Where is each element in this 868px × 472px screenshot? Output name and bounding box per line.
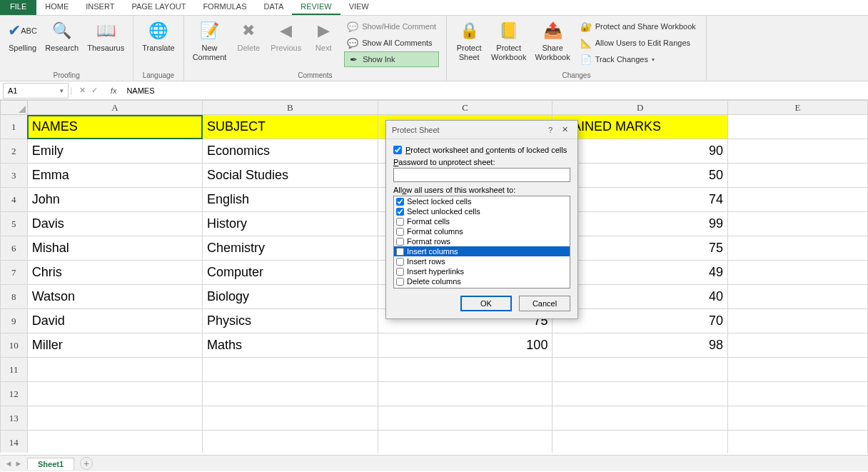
cell[interactable]: 49 [552,261,728,285]
formula-input[interactable] [122,83,868,99]
cell[interactable] [203,358,378,382]
row-header[interactable]: 9 [1,309,28,333]
row-header[interactable]: 13 [1,406,28,431]
name-box[interactable]: A1 ▾ [3,83,69,99]
cell[interactable] [727,261,867,285]
cell[interactable] [203,406,378,431]
cell[interactable]: Chemistry [203,236,378,261]
cell[interactable]: 90 [552,139,728,164]
cell[interactable] [727,382,867,406]
cell[interactable] [552,358,728,382]
cell[interactable]: Chris [27,261,202,285]
share-workbook-button[interactable]: 📤 Share Workbook [530,17,574,69]
prev-sheet-icon[interactable]: ◄ [4,459,13,468]
cell[interactable]: Social Studies [203,164,378,188]
cell[interactable] [727,358,867,382]
cell[interactable] [378,382,552,406]
cell[interactable]: John [27,188,202,212]
cell[interactable]: Emma [27,164,202,188]
cell[interactable]: 100 [378,333,552,358]
permission-item[interactable]: Format columns [394,226,570,236]
select-all-corner[interactable] [1,101,28,115]
cell[interactable] [727,406,867,431]
cell[interactable] [727,285,867,309]
row-header[interactable]: 4 [1,188,28,212]
delete-comment-button[interactable]: ✖ Delete [231,17,266,69]
cell[interactable]: David [27,309,202,333]
row-header[interactable]: 3 [1,164,28,188]
tab-review[interactable]: REVIEW [292,0,340,15]
permission-item[interactable]: Delete columns [394,276,570,286]
permission-checkbox[interactable] [396,198,404,206]
cell[interactable]: Biology [203,285,378,309]
cell[interactable]: BTAINED MARKS [552,115,728,139]
permissions-list[interactable]: Select locked cellsSelect unlocked cells… [393,196,570,288]
permission-checkbox[interactable] [396,268,404,276]
permission-item[interactable]: Insert hyperlinks [394,266,570,276]
cell[interactable]: Emily [27,139,202,164]
cell[interactable]: 50 [552,164,728,188]
protect-checkbox[interactable] [393,146,402,154]
cell[interactable]: Miller [27,333,202,358]
cell[interactable] [378,431,552,453]
permission-checkbox[interactable] [396,278,404,286]
cell[interactable]: Davis [27,212,202,236]
accept-formula-icon[interactable]: ✓ [91,86,98,95]
tab-view[interactable]: VIEW [340,0,378,15]
allow-edit-ranges-button[interactable]: 📐 Allow Users to Edit Ranges [577,35,699,51]
show-ink-button[interactable]: ✒ Show Ink [344,51,439,67]
cell[interactable]: 70 [552,309,728,333]
column-header[interactable]: E [727,101,867,115]
add-sheet-button[interactable]: + [80,457,93,470]
cell[interactable] [727,333,867,358]
next-sheet-icon[interactable]: ► [14,459,23,468]
permission-checkbox[interactable] [396,288,404,289]
cell[interactable] [727,115,867,139]
row-header[interactable]: 6 [1,236,28,261]
cell[interactable] [552,382,728,406]
permission-checkbox[interactable] [396,208,404,216]
cell[interactable] [552,406,728,431]
sheet-tab[interactable]: Sheet1 [27,458,74,470]
row-header[interactable]: 5 [1,212,28,236]
permission-item[interactable]: Insert rows [394,256,570,266]
row-header[interactable]: 7 [1,261,28,285]
cell[interactable]: Watson [27,285,202,309]
column-header[interactable]: C [378,101,552,115]
row-header[interactable]: 8 [1,285,28,309]
cell[interactable] [727,188,867,212]
password-input[interactable] [393,168,570,182]
cell[interactable] [727,431,867,453]
cell[interactable]: Maths [203,333,378,358]
tab-file[interactable]: FILE [0,0,36,15]
permission-checkbox[interactable] [396,238,404,246]
tab-data[interactable]: DATA [256,0,293,15]
row-header[interactable]: 1 [1,115,28,139]
permission-item[interactable]: Select locked cells [394,196,570,206]
dialog-titlebar[interactable]: Protect Sheet ? ✕ [386,121,577,139]
fx-icon[interactable]: fx [105,86,123,95]
cell[interactable]: History [203,212,378,236]
cell[interactable] [203,382,378,406]
show-all-comments-button[interactable]: 💬 Show All Comments [344,35,439,51]
show-hide-comment-button[interactable]: 💬 Show/Hide Comment [344,19,439,34]
cell[interactable] [378,358,552,382]
column-header[interactable]: A [27,101,202,115]
row-header[interactable]: 10 [1,333,28,358]
cell[interactable]: 40 [552,285,728,309]
cell[interactable]: Computer [203,261,378,285]
permission-checkbox[interactable] [396,228,404,236]
permission-item[interactable]: Format cells [394,216,570,226]
cell[interactable] [27,406,202,431]
cell[interactable]: Physics [203,309,378,333]
row-header[interactable]: 12 [1,382,28,406]
cancel-button[interactable]: Cancel [519,296,570,311]
cell[interactable]: Economics [203,139,378,164]
help-icon[interactable]: ? [543,126,557,134]
cell[interactable] [727,309,867,333]
cell[interactable] [727,139,867,164]
row-header[interactable]: 2 [1,139,28,164]
cell[interactable]: 75 [552,236,728,261]
spelling-button[interactable]: ✔ABC Spelling [4,17,41,69]
research-button[interactable]: 🔍 Research [41,17,83,69]
